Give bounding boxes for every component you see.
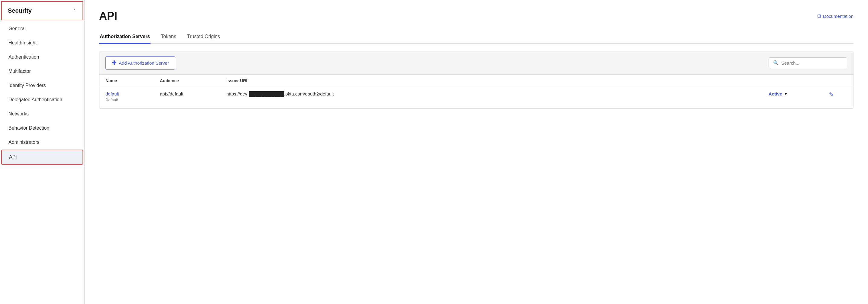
col-name: Name bbox=[105, 78, 160, 83]
sidebar-item-administrators[interactable]: Administrators bbox=[1, 135, 83, 149]
sidebar-item-behavior-detection[interactable]: Behavior Detection bbox=[1, 121, 83, 135]
server-name-sub: Default bbox=[105, 98, 160, 107]
tab-tokens[interactable]: Tokens bbox=[160, 31, 177, 44]
server-name-link[interactable]: default bbox=[105, 91, 160, 96]
sidebar-item-authentication[interactable]: Authentication bbox=[1, 50, 83, 64]
status-active-label[interactable]: Active bbox=[769, 91, 782, 96]
name-cell: default Default bbox=[105, 87, 160, 108]
sidebar-item-general[interactable]: General bbox=[1, 22, 83, 36]
sidebar-item-networks[interactable]: Networks bbox=[1, 107, 83, 121]
issuer-redacted: ███████████ bbox=[249, 91, 284, 96]
edit-pencil-icon: ✎ bbox=[829, 91, 834, 98]
search-icon: 🔍 bbox=[773, 60, 779, 66]
sidebar-title: Security bbox=[8, 7, 32, 14]
table-row: default Default api://default https://de… bbox=[99, 87, 853, 109]
tabs-container: Authorization ServersTokensTrusted Origi… bbox=[99, 31, 854, 44]
col-issuer-uri: Issuer URI bbox=[226, 78, 769, 83]
plus-icon: ✚ bbox=[112, 60, 116, 66]
table-header: Name Audience Issuer URI bbox=[99, 74, 853, 87]
main-content: API ⊞ Documentation Authorization Server… bbox=[85, 0, 868, 304]
content-panel: ✚ Add Authorization Server 🔍 Name Audien… bbox=[99, 51, 854, 109]
edit-button[interactable]: ✎ bbox=[829, 87, 847, 100]
sidebar-item-api[interactable]: API bbox=[1, 150, 83, 165]
sidebar-item-delegated-authentication[interactable]: Delegated Authentication bbox=[1, 93, 83, 107]
sidebar-item-healthinsight[interactable]: HealthInsight bbox=[1, 36, 83, 50]
sidebar-header[interactable]: Security ⌃ bbox=[1, 1, 83, 20]
search-box: 🔍 bbox=[769, 57, 847, 68]
tab-authorization-servers[interactable]: Authorization Servers bbox=[99, 31, 151, 44]
tab-trusted-origins[interactable]: Trusted Origins bbox=[186, 31, 221, 44]
col-audience: Audience bbox=[160, 78, 226, 83]
status-caret-icon[interactable]: ▼ bbox=[784, 92, 787, 96]
documentation-link[interactable]: ⊞ Documentation bbox=[817, 13, 854, 19]
sidebar: Security ⌃ GeneralHealthInsightAuthentic… bbox=[0, 0, 85, 304]
doc-icon: ⊞ bbox=[817, 13, 821, 19]
issuer-suffix: .okta.com/oauth2/default bbox=[284, 91, 334, 96]
col-actions bbox=[829, 78, 847, 83]
sidebar-item-identity-providers[interactable]: Identity Providers bbox=[1, 79, 83, 92]
col-status bbox=[769, 78, 829, 83]
search-input[interactable] bbox=[781, 60, 843, 66]
status-cell[interactable]: Active ▼ bbox=[769, 87, 829, 98]
issuer-prefix: https://dev- bbox=[226, 91, 249, 96]
audience-cell: api://default bbox=[160, 87, 226, 98]
sidebar-item-multifactor[interactable]: Multifactor bbox=[1, 64, 83, 78]
panel-toolbar: ✚ Add Authorization Server 🔍 bbox=[99, 51, 853, 74]
main-header: API ⊞ Documentation bbox=[99, 10, 854, 22]
issuer-cell: https://dev-███████████.okta.com/oauth2/… bbox=[226, 87, 769, 98]
add-authorization-server-button[interactable]: ✚ Add Authorization Server bbox=[105, 56, 175, 69]
page-title: API bbox=[99, 10, 117, 22]
chevron-up-icon: ⌃ bbox=[73, 8, 76, 13]
